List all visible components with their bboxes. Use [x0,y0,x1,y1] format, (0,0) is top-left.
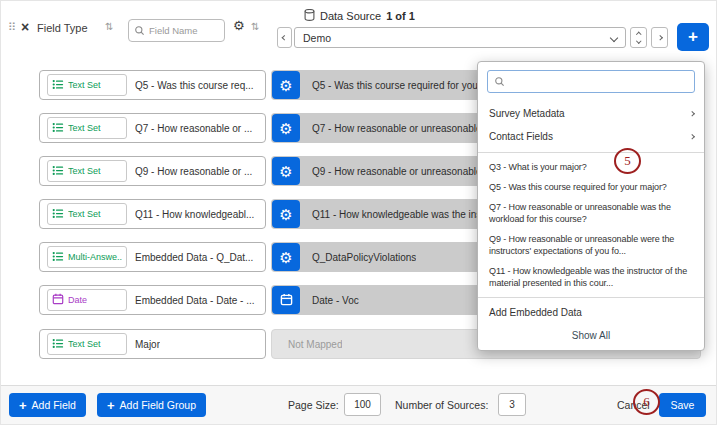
popup-option[interactable]: Q5 - Was this course required for your m… [478,177,704,197]
chevron-right-icon [657,35,662,40]
popup-group-survey-metadata[interactable]: Survey Metadata [478,102,704,125]
sort-icon[interactable]: ⇅ [105,22,113,32]
page-size-input[interactable] [344,393,381,416]
chevron-up-icon [636,32,641,37]
mapped-field-label: Q9 - How reasonable or unreasonable we [312,166,497,177]
add-field-group-button[interactable]: + Add Field Group [97,393,206,417]
field-name-label: Embedded Data - Q_Dat... [135,252,253,263]
divider [478,152,704,153]
field-row[interactable]: Text Set Q11 - How knowledgeabl... [39,199,266,229]
field-type-label: Date [68,295,87,305]
field-type-label: Text Set [68,339,101,349]
chevron-right-icon [689,134,694,139]
gear-icon: ⚙ [279,250,292,265]
calendar-icon [52,291,64,309]
popup-search[interactable] [487,70,695,93]
map-settings-button[interactable]: ⚙ [272,243,300,271]
chevron-left-icon [282,35,287,40]
popup-option[interactable]: Q9 - How reasonable or unreasonable were… [478,229,704,261]
annotation-step-6: 6 [633,389,660,415]
popup-search-input[interactable] [509,76,688,87]
field-type-chip: Text Set [47,117,127,139]
field-type-label: Text Set [68,80,101,90]
popup-option[interactable]: Q7 - How reasonable or unreasonable was … [478,197,704,229]
field-name-label: Q9 - How reasonable or ... [135,166,252,177]
group-label: Contact Fields [489,131,553,142]
data-source-icon [304,9,315,23]
field-type-label: Text Set [68,123,101,133]
plus-icon: + [19,399,27,412]
field-row[interactable]: Multi-Answe... Embedded Data - Q_Dat... [39,242,266,272]
field-name-search[interactable] [128,19,225,42]
field-type-label: Text Set [68,166,101,176]
field-row[interactable]: Text Set Q5 - Was this course req... [39,70,266,100]
map-settings-button[interactable]: ⚙ [272,200,300,228]
field-type-label: Text Set [68,209,101,219]
field-name-label: Major [135,339,160,350]
popup-option[interactable]: Q11 - How knowledgeable was the instruct… [478,261,704,293]
source-select-value: Demo [303,32,331,44]
field-row[interactable]: Date Embedded Data - Date - ... [39,285,266,315]
save-button[interactable]: Save [659,393,706,417]
close-icon[interactable]: × [21,20,29,34]
field-type-chip: Multi-Answe... [47,246,127,268]
search-icon [134,22,145,40]
mapped-field-label: Q_DataPolicyViolations [312,252,416,263]
field-picker-popup: Survey Metadata Contact Fields Q3 - What… [477,61,705,351]
drag-handle-icon[interactable]: ⠿ [8,22,16,33]
add-field-button[interactable]: + Add Field [9,393,86,417]
mapped-field-label: Q11 - How knowledgeable was the instruc [312,209,498,220]
add-source-button[interactable]: + [677,23,709,51]
search-icon [494,73,505,91]
annotation-step-5: 5 [614,148,641,174]
calendar-icon [280,293,293,308]
map-settings-button[interactable]: ⚙ [272,71,300,99]
field-type-column-header: Field Type [37,22,88,34]
map-settings-button[interactable]: ⚙ [272,157,300,185]
field-type-chip: Text Set [47,203,127,225]
field-type-label: Multi-Answe... [68,252,122,262]
data-source-count: 1 of 1 [386,10,415,22]
sort-icon[interactable]: ⇅ [251,22,259,32]
mapped-field-label: Q5 - Was this course required for your m… [312,80,498,91]
save-label: Save [671,399,695,411]
field-type-chip: Text Set [47,333,127,355]
next-source-button[interactable] [651,27,668,48]
date-map-button[interactable] [272,286,300,314]
add-field-group-label: Add Field Group [120,399,196,411]
previous-source-button[interactable] [277,27,292,48]
field-name-search-input[interactable] [149,25,217,36]
number-of-sources-label: Number of Sources: [395,399,488,411]
popup-group-contact-fields[interactable]: Contact Fields [478,125,704,148]
gear-icon: ⚙ [279,121,292,136]
field-name-label: Q11 - How knowledgeabl... [135,209,254,220]
divider [478,297,704,298]
add-embedded-data-item[interactable]: Add Embedded Data [478,302,704,322]
text-set-icon [52,119,64,137]
text-set-icon [52,76,64,94]
number-of-sources-input[interactable] [498,393,526,416]
field-row[interactable]: Text Set Q9 - How reasonable or ... [39,156,266,186]
chevron-down-icon [636,38,641,43]
gear-icon: ⚙ [279,78,292,93]
field-type-chip: Text Set [47,74,127,96]
field-type-chip: Text Set [47,160,127,182]
reorder-source-button[interactable] [630,27,647,48]
field-row[interactable]: Text Set Major [39,329,266,359]
map-settings-button[interactable]: ⚙ [272,114,300,142]
field-mapper-window: ⠿ × Field Type ⇅ ⚙ ⇅ Data Source 1 of 1 … [0,0,717,425]
gear-icon[interactable]: ⚙ [233,19,245,32]
unmapped-label: Not Mapped [288,339,342,350]
multi-answer-icon [52,248,64,266]
field-row[interactable]: Text Set Q7 - How reasonable or ... [39,113,266,143]
plus-icon: + [107,399,115,412]
text-set-icon [52,162,64,180]
popup-option[interactable]: Q3 - What is your major? [478,157,704,177]
page-size-label: Page Size: [288,399,339,411]
field-type-chip: Date [47,289,127,311]
group-label: Survey Metadata [489,108,565,119]
show-all-link[interactable]: Show All [478,324,704,346]
field-name-label: Q7 - How reasonable or ... [135,123,252,134]
chevron-down-icon [610,33,618,41]
source-select[interactable]: Demo [294,27,626,48]
